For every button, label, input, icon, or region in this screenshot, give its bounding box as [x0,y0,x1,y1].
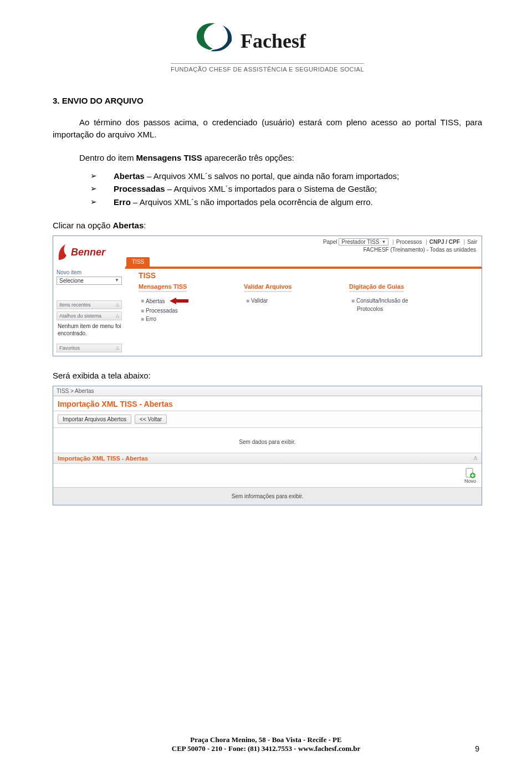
triangle-icon: △ [116,302,119,308]
novo-button[interactable]: Novo [464,467,476,484]
benner-swoosh-icon [57,243,69,262]
nenhum-item-text: Nenhum item de menu foi encontrado. [57,320,122,341]
col-header-digitacao: Digitação de Guias [349,283,404,292]
link-cnpj[interactable]: CNPJ / CPF [429,239,460,245]
papel-select[interactable]: Prestador TISS▼ [339,238,388,246]
sub-header: Importação XML TISS - Abertas △ [53,453,482,464]
svg-marker-1 [170,298,188,304]
menu-abertas[interactable]: ■Abertas [139,298,211,305]
unit-label: FACHESF (Treinamento) - Todas as unidade… [125,247,482,253]
papel-row: Papel Prestador TISS▼ |Processos |CNPJ /… [125,236,482,247]
list-intro: Dentro do item Mensagens TISS aparecerão… [53,153,482,162]
importar-button[interactable]: Importar Arquivos Abertos [58,415,131,424]
logo-subtitle: FUNDAÇÃO CHESF DE ASSISTÊNCIA E SEGURIDA… [171,63,364,73]
panel-itens-recentes[interactable]: Itens recentes△ [57,300,122,309]
tiss-title: TISS [139,269,482,280]
list-item: Processadas – Arquivos XML´s importados … [114,183,482,195]
benner-logo: Benner [57,239,122,266]
voltar-button[interactable]: << Voltar [135,415,167,424]
link-processos[interactable]: Processos [396,239,422,245]
intro-paragraph: Ao término dos passos acima, o credencia… [53,116,482,141]
col-header-mensagens: Mensagens TISS [139,283,187,292]
chevron-down-icon: ▼ [381,239,386,244]
breadcrumb: TISS > Abertas [53,386,482,396]
header-logo: Fachesf FUNDAÇÃO CHESF DE ASSISTÊNCIA E … [53,22,482,74]
menu-consulta[interactable]: ■Consulta/Inclusão de [349,298,421,304]
will-show-text: Será exibida a tela abaixo: [53,371,482,380]
page-number: 9 [475,744,479,753]
page-footer: Praça Chora Menino, 58 - Boa Vista - Rec… [0,735,532,753]
triangle-icon: △ [116,313,119,319]
svg-text:Fachesf: Fachesf [241,30,306,52]
panel-atalhos[interactable]: Atalhos do sistema△ [57,311,122,320]
selecione-dropdown[interactable]: Selecione▼ [57,277,122,285]
triangle-icon: △ [116,345,119,351]
menu-processadas[interactable]: ■Processadas [139,308,211,314]
fachesf-logo-icon: Fachesf [190,22,345,61]
menu-validar[interactable]: ■Validar [244,298,316,304]
col-header-validar: Validar Arquivos [244,283,291,292]
screenshot-tiss-menu: Benner Novo item Selecione▼ Papel Presta… [53,236,482,356]
screenshot-abertas: TISS > Abertas Importação XML TISS - Abe… [53,386,482,505]
click-instruction: Clicar na opção Abertas: [53,221,482,230]
list-item: Abertas – Arquivos XML´s salvos no porta… [114,170,482,182]
list-item: Erro – Arquivos XML´s não importados pel… [114,196,482,208]
menu-protocolos[interactable]: Protocolos [349,306,421,312]
no-info-text: Sem informações para exibir. [53,488,482,505]
link-sair[interactable]: Sair [467,239,477,245]
tab-tiss[interactable]: TISS [126,257,150,267]
menu-erro[interactable]: ■Erro [139,316,211,322]
panel-favoritos[interactable]: Favoritos△ [57,344,122,352]
options-list: Abertas – Arquivos XML´s salvos no porta… [53,170,482,208]
page-title: Importação XML TISS - Abertas [53,396,482,411]
triangle-icon: △ [474,455,477,462]
section-heading: 3. ENVIO DO ARQUIVO [53,96,482,105]
page-plus-icon [464,467,475,478]
novo-item-label: Novo item [57,269,122,275]
chevron-down-icon: ▼ [115,278,119,284]
red-arrow-icon [170,298,188,305]
no-data-text: Sem dados para exibir. [53,428,482,453]
